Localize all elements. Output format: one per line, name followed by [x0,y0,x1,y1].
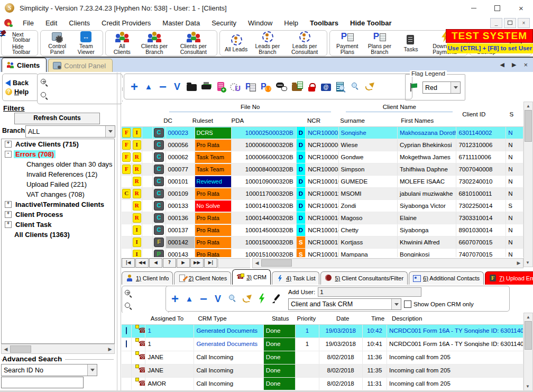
show-open-crm-checkbox[interactable]: Show Open CRM only [404,300,474,308]
column-header-priority[interactable]: Priority [295,315,320,322]
edit-icon[interactable]: ▲ [144,80,153,93]
nav-next-button[interactable]: ▶ [177,258,190,268]
next-toolbar-button[interactable]: Next Toolbar [4,31,35,43]
clipped-cell[interactable]: N [506,163,523,175]
leads-per-branch-button[interactable]: Leads per Branch [251,31,285,55]
tree-item-active-clients-715-[interactable]: +Active Clients (715) [2,139,114,149]
column-header-ncr[interactable]: NCR [306,117,338,126]
surname-cell[interactable]: Gondwe [339,151,398,163]
status-cell[interactable]: Done [264,364,296,377]
expand-icon[interactable]: + [5,211,12,218]
tree-item-inactive-terminated-clients[interactable]: +Inactive\Terminated Clients [2,199,114,209]
folder-document-icon[interactable] [292,80,302,93]
export-icon[interactable] [242,293,252,305]
ncr-cell[interactable]: NCR100015 [306,236,338,248]
first-names-cell[interactable]: Siyabonga Victor [398,200,456,212]
date-cell[interactable]: 8/02/2018 [319,351,363,364]
dc-cell[interactable]: 000109 [166,188,195,199]
column-header-clipped[interactable]: S [507,102,523,126]
crm-filter-select[interactable]: Client and Task CRM [288,298,401,310]
column-header-time[interactable]: Time [364,315,390,322]
ds-cell[interactable]: D [297,151,306,163]
ds-cell[interactable]: D [297,200,306,212]
ncr-cell[interactable]: NCR100002 [306,127,338,139]
surname-cell[interactable]: GUMEDE [339,176,398,187]
first-names-cell[interactable]: Makhosazana Dorothy [398,127,456,139]
clipped-cell[interactable]: N [506,151,523,163]
pda-cell[interactable]: 1000145000320B [232,224,297,236]
surname-cell[interactable]: Chetty [339,224,398,236]
refresh-counts-button[interactable]: Refresh Counts [14,113,100,124]
crm-row[interactable]: JANECall IncomingDone8/02/201811:36Incom… [122,351,523,364]
description-cell[interactable]: Incoming call from 205 [387,351,523,364]
client-row[interactable]: FRC000062Task Team1000066000320BDNCR1000… [122,151,523,163]
filters-horizontal-scrollbar[interactable]: ◀ ▶ [1,344,115,354]
client-row[interactable]: RC000136Pro Rata1000144000320BDNCR100014… [122,212,523,224]
flag-cell[interactable]: R [132,212,143,224]
tree-item-changes-older-than-30-days[interactable]: Changes older than 30 days [2,159,114,169]
ncr-cell[interactable]: NCR100006 [306,151,338,163]
surname-cell[interactable]: Kortjass [339,236,398,248]
blank-cell[interactable] [142,176,153,187]
type-cell[interactable]: C [153,151,166,163]
flag-cell[interactable]: R [132,188,143,199]
priority-cell[interactable]: 1 [296,338,319,351]
phone-icon-cell[interactable] [132,325,146,338]
pda-cell[interactable]: 1000060000320B [232,139,297,151]
detail-tab-client-notes[interactable]: 2) Client Notes [174,271,231,285]
blank-cell[interactable] [142,188,153,199]
priority-cell[interactable] [296,378,319,390]
type-cell[interactable]: C [153,163,166,175]
client-row[interactable]: RC000133No Solve1000141000320BDNCR100014… [122,200,523,212]
flag-legend-select[interactable]: Red [422,81,461,94]
status-cell[interactable]: Done [264,351,296,364]
help-button[interactable]: ? Help [5,88,38,96]
surname-cell[interactable]: Simpson [339,163,398,175]
assigned-to-cell[interactable]: JANE [145,364,194,377]
branch-select[interactable]: ALL [25,125,115,138]
ncr-cell[interactable]: NCR100014 [306,224,338,236]
client-id-cell[interactable]: 7302250014 [456,200,506,212]
client-row[interactable]: IF000142Pro Rata1000150000320BSNCR100015… [122,236,523,249]
menu-master-data[interactable]: Master Data [157,17,206,29]
blank-cell[interactable] [142,249,153,257]
flag-cell[interactable]: R [132,176,143,187]
all-clients-button[interactable]: All Clients [108,31,136,55]
ruleset-cell[interactable]: No Solve [195,200,232,212]
assigned-to-cell[interactable]: JANE [145,351,194,364]
ds-cell[interactable]: S [297,236,306,248]
pda-cell[interactable]: 1000150000320B [232,236,297,248]
priority-cell[interactable] [296,351,319,364]
search-icon[interactable] [350,80,360,93]
leads-per-consultant-button[interactable]: Leads per Consultant [284,31,325,55]
detail-tab-task-list[interactable]: 4) Task List [272,271,319,285]
ruleset-cell[interactable]: Task Team [195,151,232,163]
date-cell[interactable]: 19/03/2018 [319,338,363,351]
confirm-icon[interactable]: V [213,293,223,305]
pda-cell[interactable]: 1000151000320B [232,249,297,257]
tree-item-errors-708-[interactable]: -Errors (708) [2,149,114,159]
phone-icon-cell[interactable] [132,378,146,390]
blank-cell[interactable] [142,151,153,163]
advanced-search-input[interactable] [1,377,84,388]
date-cell[interactable]: 8/02/2018 [319,378,363,390]
document-search-icon[interactable] [336,80,345,93]
tree-item-all-clients-1363-[interactable]: All Clients (1363) [2,230,114,240]
client-row[interactable]: FIC000023DCRS1000025000320BDNCR100002Son… [122,127,523,139]
ruleset-cell[interactable]: Pro Rata [195,249,232,257]
phone-icon-cell[interactable] [132,364,146,377]
clients-grid-horizontal-scrollbar[interactable]: ◀▶ [252,258,523,268]
scroll-up-icon[interactable]: ▲ [524,102,532,110]
scroll-left-icon[interactable]: ◀ [2,345,10,353]
assigned-to-cell[interactable]: 1 [145,338,194,351]
column-header-crm-type[interactable]: CRM Type [196,315,264,322]
menu-security[interactable]: Security [206,17,242,29]
menu-hide-toolbar[interactable]: Hide Toolbar [344,17,397,29]
collapse-icon[interactable]: - [5,151,12,158]
nav-forward-button[interactable]: ▶▶ [190,258,204,268]
tree-item-upload-failed-221-[interactable]: Upload Failed (221) [2,179,114,189]
scrollbar-thumb[interactable] [525,321,532,350]
first-names-cell[interactable]: Tshifhiwa Daphne [398,163,456,175]
column-header-status[interactable]: Status [264,315,295,322]
back-button[interactable]: Back [5,79,38,87]
